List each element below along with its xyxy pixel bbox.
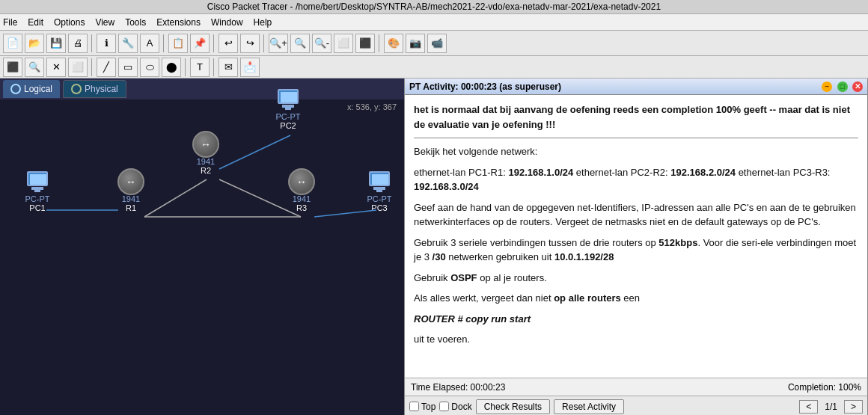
device-pc3[interactable]: PC-PT PC3 [364,168,394,212]
device-pc2[interactable]: PC-PT PC2 [273,86,303,130]
toolbar2: ⬛ 🔍 ✕ ⬜ ╱ ▭ ⬭ ⬤ T ✉ 📩 [0,56,868,79]
nav-prev-button[interactable]: < [799,400,818,414]
info-button[interactable]: ℹ [97,34,116,53]
menu-view[interactable]: View [95,17,114,28]
r1-label: R1 [126,203,136,212]
device-r1[interactable]: ↔ 1941 R1 [116,168,146,212]
p7-text: uit te voeren. [414,333,470,345]
msg-tool[interactable]: 📩 [240,58,260,77]
p2-text: Geef aan de hand van de opgegeven net-Id… [414,202,856,228]
intro-text: het is normaal dat bij aanvang de oefeni… [414,104,850,130]
menu-options[interactable]: Options [54,17,85,28]
resize-tool[interactable]: ⬜ [68,58,88,77]
save-button[interactable]: 💾 [46,34,66,53]
palette-button[interactable]: 🎨 [384,34,403,53]
zoom-out-button[interactable]: 🔍- [312,34,331,53]
toolbar2-sep2 [185,58,186,76]
toolbar2-sep1 [91,58,93,76]
nav-next-button[interactable]: > [844,400,863,414]
check-results-button[interactable]: Check Results [476,399,550,414]
activity-content[interactable]: het is normaal dat bij aanvang de oefeni… [405,95,867,378]
fit-button[interactable]: ⬜ [334,34,353,53]
top-label: Top [421,402,435,412]
zoom-in-button[interactable]: 🔍+ [269,34,288,53]
text-tool[interactable]: T [190,58,210,77]
select-tool[interactable]: ⬛ [3,58,22,77]
zoom-button2[interactable]: 🔍 [290,34,310,53]
net-end1: ethernet-lan PC3-R3: [736,167,830,178]
tab-bar: Logical Physical x: 536, y: 367 [0,79,404,99]
device-r2[interactable]: ↔ 1941 R2 [191,131,221,175]
draw-ellipse[interactable]: ⬭ [140,58,159,77]
maximize-button[interactable]: □ [837,82,848,92]
p3-mid2: netwerken gebruiken uit [446,251,554,262]
intro-paragraph: het is normaal dat bij aanvang de oefeni… [414,102,858,132]
menu-tools[interactable]: Tools [125,17,146,28]
p5-mid: een [621,292,640,304]
tab-logical-label: Logical [24,84,52,94]
menu-file[interactable]: File [3,17,17,28]
camera-button[interactable]: 📷 [406,34,425,53]
toolbar-sep3 [213,34,215,52]
custom-zoom[interactable]: ⬛ [355,34,375,53]
dock-checkbox[interactable] [439,402,449,411]
p6-itbold: ROUTER # copy run start [414,313,531,325]
device-pc1[interactable]: PC-PT PC1 [22,168,52,212]
physical-icon [71,84,82,94]
menu-extensions[interactable]: Extensions [156,17,201,28]
paste-button[interactable]: 📌 [190,34,210,53]
move-tool[interactable]: ✕ [46,58,66,77]
activity-title: PT Activity: 00:00:23 (as superuser) [409,82,561,92]
video-button[interactable]: 📹 [427,34,447,53]
paragraph-network: ethernet-lan PC1-R1: 192.168.1.0/24 ethe… [414,165,858,194]
copy-button[interactable]: 📋 [168,34,188,53]
pc3-icon [364,168,394,194]
minimize-button[interactable]: − [822,82,832,92]
net-val2: 192.168.2.0/24 [670,167,736,178]
svg-line-4 [219,135,290,169]
print-button[interactable]: 🖨 [68,34,88,53]
p4-mid: op al je routers. [477,272,547,283]
email-tool[interactable]: ✉ [218,58,238,77]
tab-logical[interactable]: Logical [3,80,60,98]
net-val3: 192.168.3.0/24 [414,181,479,192]
r1-type: 1941 [122,194,140,203]
top-checkbox[interactable] [409,402,419,411]
completion: Completion: 100% [788,382,861,393]
undo-button[interactable]: ↩ [218,34,238,53]
draw-path[interactable]: ⬤ [162,58,181,77]
canvas-area[interactable]: Logical Physical x: 536, y: 367 PC-PT PC… [0,79,404,415]
menu-help[interactable]: Help [254,17,272,28]
reset-activity-button[interactable]: Reset Activity [554,399,624,414]
menu-window[interactable]: Window [211,17,243,28]
content-divider [414,138,858,138]
open-button[interactable]: 📂 [25,34,44,53]
pc1-type: PC-PT [25,194,50,203]
paragraph1: Bekijk het volgende netwerk: [414,144,858,159]
search-tool[interactable]: 🔍 [25,58,44,77]
toolbar-sep5 [379,34,380,52]
top-checkbox-label: Top [409,402,435,412]
r3-label: R3 [296,203,307,212]
redo-button[interactable]: ↪ [240,34,260,53]
close-button[interactable]: ✕ [852,82,863,92]
toolbar-sep1 [91,34,93,52]
font-button[interactable]: A [140,34,159,53]
nav-area: < 1/1 > [799,400,863,414]
time-elapsed: Time Elapsed: 00:00:23 [411,382,505,393]
window-controls: − □ ✕ [819,81,863,92]
device-r3[interactable]: ↔ 1941 R3 [287,168,317,212]
tab-physical[interactable]: Physical [63,80,126,98]
new-button[interactable]: 📄 [3,34,22,53]
p3-bold3: 10.0.1.192/28 [554,251,614,262]
draw-line[interactable]: ╱ [97,58,116,77]
activity-statusbar: Time Elapsed: 00:00:23 Completion: 100% [405,378,867,396]
dock-checkbox-label: Dock [439,402,471,412]
pc3-label: PC3 [371,203,387,212]
tools-button[interactable]: 🔧 [118,34,138,53]
pc1-label: PC1 [29,203,45,212]
paragraph4: Gebruik OSPF op al je routers. [414,271,858,286]
draw-rect[interactable]: ▭ [118,58,138,77]
menubar: File Edit Options View Tools Extensions … [0,14,868,31]
menu-edit[interactable]: Edit [28,17,43,28]
